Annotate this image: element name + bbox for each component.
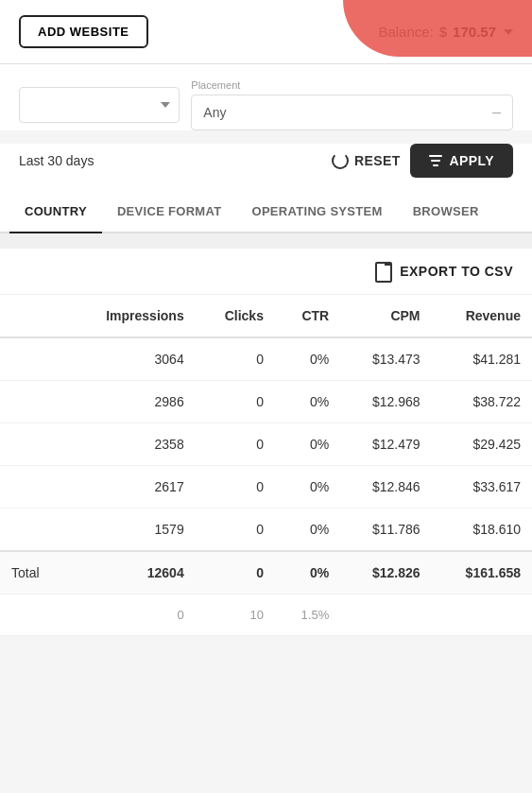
logo [343, 0, 532, 57]
partial-revenue [432, 595, 532, 636]
cell-impressions: 3064 [65, 337, 196, 381]
tab-device-format[interactable]: DEVICE FORMAT [102, 191, 237, 233]
col-header-revenue: Revenue [432, 295, 532, 337]
total-clicks: 0 [196, 551, 275, 595]
add-website-button[interactable]: ADD WEBSITE [19, 15, 148, 48]
placement-value: Any [203, 105, 226, 120]
col-header-cpm: CPM [340, 295, 431, 337]
table-row: 3064 0 0% $13.473 $41.281 [0, 337, 532, 381]
table-row: 2617 0 0% $12.846 $33.617 [0, 466, 532, 509]
cell-impressions: 2358 [65, 423, 196, 466]
total-revenue: $161.658 [432, 551, 532, 595]
cell-impressions: 2617 [65, 466, 196, 509]
cell-clicks: 0 [196, 337, 275, 381]
header: ADD WEBSITE Balance: $ 170.57 [0, 0, 532, 64]
total-label: Total [0, 551, 65, 595]
partial-ctr: 1.5% [275, 595, 340, 636]
cell-clicks: 0 [196, 423, 275, 466]
col-header-impressions: Impressions [65, 295, 196, 337]
col-header-name [0, 295, 65, 337]
apply-label: APPLY [450, 153, 494, 168]
spacer [0, 233, 532, 249]
partial-row: 0 10 1.5% [0, 595, 532, 636]
reset-icon [332, 152, 349, 169]
apply-button[interactable]: APPLY [410, 144, 513, 178]
placement-dash-icon: – [492, 104, 501, 121]
cell-clicks: 0 [196, 466, 275, 509]
cell-label [0, 381, 65, 423]
total-impressions: 12604 [65, 551, 196, 595]
cell-clicks: 0 [196, 381, 275, 423]
cell-impressions: 2986 [65, 381, 196, 423]
placement-wrap: Placement Any – [191, 79, 513, 130]
data-table: Impressions Clicks CTR CPM Revenue 3064 … [0, 295, 532, 636]
table-row: 2986 0 0% $12.968 $38.722 [0, 381, 532, 423]
col-header-ctr: CTR [275, 295, 340, 337]
cell-ctr: 0% [275, 466, 340, 509]
table-row: 1579 0 0% $11.786 $18.610 [0, 509, 532, 552]
date-range[interactable]: Last 30 days [19, 153, 94, 168]
cell-revenue: $29.425 [432, 423, 532, 466]
csv-icon [375, 262, 392, 281]
table-row: 2358 0 0% $12.479 $29.425 [0, 423, 532, 466]
cell-revenue: $38.722 [432, 381, 532, 423]
placement-label: Placement [191, 79, 513, 91]
export-csv-button[interactable]: EXPORT TO CSV [375, 262, 513, 281]
partial-clicks: 10 [196, 595, 275, 636]
tab-browser[interactable]: BROWSER [398, 191, 494, 233]
partial-impressions: 0 [65, 595, 196, 636]
export-label: EXPORT TO CSV [400, 264, 513, 279]
cell-label [0, 466, 65, 509]
table-header-row: Impressions Clicks CTR CPM Revenue [0, 295, 532, 337]
cell-ctr: 0% [275, 381, 340, 423]
partial-label [0, 595, 65, 636]
reset-button[interactable]: RESET [332, 152, 401, 169]
total-ctr: 0% [275, 551, 340, 595]
placement-select[interactable]: Any – [191, 95, 513, 130]
total-cpm: $12.826 [340, 551, 431, 595]
cell-ctr: 0% [275, 509, 340, 552]
cell-cpm: $13.473 [340, 337, 431, 381]
cell-label [0, 509, 65, 552]
cell-cpm: $12.968 [340, 381, 431, 423]
partial-cpm [340, 595, 431, 636]
cell-revenue: $33.617 [432, 466, 532, 509]
total-row: Total 12604 0 0% $12.826 $161.658 [0, 551, 532, 595]
col-header-clicks: Clicks [196, 295, 275, 337]
reset-label: RESET [354, 153, 401, 168]
filter-row: Placement Any – [19, 79, 513, 130]
cell-impressions: 1579 [65, 509, 196, 552]
cell-label [0, 423, 65, 466]
website-select[interactable] [19, 87, 180, 123]
table-wrap: Impressions Clicks CTR CPM Revenue 3064 … [0, 295, 532, 636]
cell-ctr: 0% [275, 423, 340, 466]
cell-cpm: $12.479 [340, 423, 431, 466]
filter-icon [429, 155, 442, 166]
export-row: EXPORT TO CSV [0, 249, 532, 295]
action-row: Last 30 days RESET APPLY [0, 144, 532, 191]
tabs-bar: COUNTRY DEVICE FORMAT OPERATING SYSTEM B… [0, 191, 532, 233]
website-select-wrap [19, 87, 180, 123]
filter-section: Placement Any – [0, 64, 532, 130]
actions-right: RESET APPLY [332, 144, 513, 178]
cell-cpm: $11.786 [340, 509, 431, 552]
cell-cpm: $12.846 [340, 466, 431, 509]
tab-country[interactable]: COUNTRY [9, 191, 102, 233]
cell-revenue: $41.281 [432, 337, 532, 381]
cell-clicks: 0 [196, 509, 275, 552]
cell-ctr: 0% [275, 337, 340, 381]
tab-operating-system[interactable]: OPERATING SYSTEM [236, 191, 397, 233]
cell-revenue: $18.610 [432, 509, 532, 552]
cell-label [0, 337, 65, 381]
